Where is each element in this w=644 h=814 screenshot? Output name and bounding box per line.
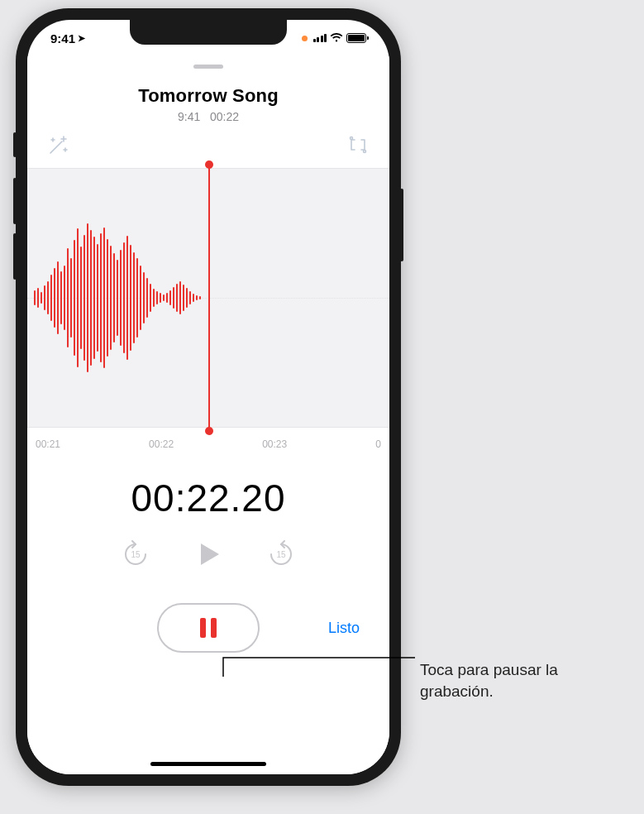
recording-title[interactable]: Tomorrow Song [27, 85, 389, 107]
svg-point-1 [364, 151, 366, 153]
recording-meta-time: 9:41 [178, 110, 200, 123]
sheet-grabber[interactable] [193, 65, 223, 69]
svg-text:15: 15 [276, 550, 286, 559]
svg-text:15: 15 [131, 550, 141, 559]
volume-up-button[interactable] [13, 178, 17, 224]
elapsed-timer: 00:22.20 [27, 476, 389, 520]
battery-icon [346, 33, 366, 43]
screen: 9:41 ➤ Tomorrow Song 9:41 00:22 [27, 20, 389, 774]
recording-meta-duration: 00:22 [210, 110, 239, 123]
pause-button[interactable] [157, 603, 260, 653]
pause-icon [200, 618, 217, 638]
play-button[interactable] [193, 539, 224, 573]
location-icon: ➤ [78, 33, 85, 44]
status-time: 9:41 [50, 31, 75, 45]
notch [130, 20, 287, 45]
recording-meta: 9:41 00:22 [27, 110, 389, 123]
phone-frame: 9:41 ➤ Tomorrow Song 9:41 00:22 [16, 8, 401, 786]
waveform[interactable]: 00:21 00:22 00:23 0 [27, 168, 389, 428]
volume-down-button[interactable] [13, 233, 17, 280]
recording-sheet: Tomorrow Song 9:41 00:22 00:21 [27, 56, 389, 774]
home-indicator[interactable] [150, 762, 266, 766]
enhance-icon[interactable] [47, 133, 70, 160]
tick-label: 00:21 [36, 438, 60, 450]
tick-label: 0 [375, 438, 381, 450]
mute-switch[interactable] [13, 132, 17, 157]
tick-label: 00:22 [149, 438, 174, 450]
timeline-ticks: 00:21 00:22 00:23 0 [27, 438, 389, 450]
power-button[interactable] [400, 189, 403, 261]
svg-point-0 [351, 137, 353, 140]
skip-back-15-icon[interactable]: 15 [122, 540, 150, 572]
wifi-icon [330, 33, 343, 43]
recording-indicator-icon [302, 36, 308, 41]
playhead[interactable] [208, 165, 210, 430]
skip-forward-15-icon[interactable]: 15 [267, 540, 295, 572]
trim-icon[interactable] [346, 133, 370, 160]
done-button[interactable]: Listo [328, 620, 360, 637]
tick-label: 00:23 [262, 438, 287, 450]
callout-text: Toca para pausar la grabación. [420, 659, 635, 701]
cellular-icon [313, 34, 327, 42]
